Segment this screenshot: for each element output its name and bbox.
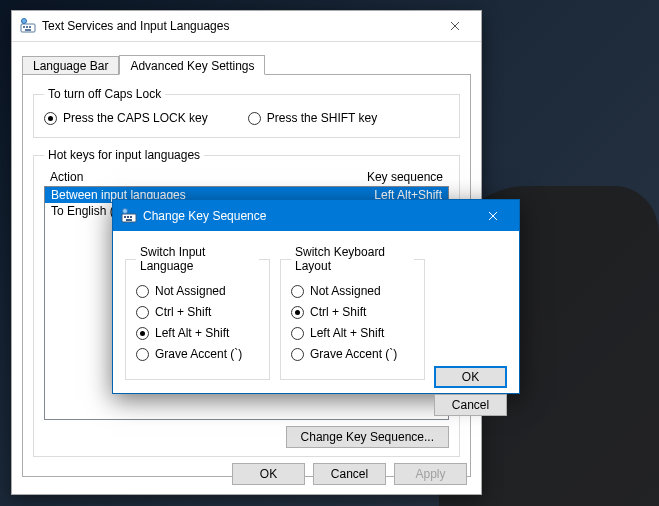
- radio-press-capslock[interactable]: Press the CAPS LOCK key: [44, 111, 208, 125]
- capslock-legend: To turn off Caps Lock: [44, 87, 165, 101]
- dialog-footer: OK Cancel Apply: [12, 454, 481, 494]
- radio-dot-icon: [136, 327, 149, 340]
- radio-left-alt-shift[interactable]: Left Alt + Shift: [136, 326, 259, 340]
- svg-rect-3: [29, 26, 31, 28]
- svg-rect-2: [26, 26, 28, 28]
- radio-label: Left Alt + Shift: [155, 326, 229, 340]
- radio-label: Grave Accent (`): [310, 347, 397, 361]
- tab-advanced-key-settings[interactable]: Advanced Key Settings: [119, 55, 265, 75]
- ok-button[interactable]: OK: [232, 463, 305, 485]
- keyboard-locale-icon: [121, 208, 137, 224]
- dialog-buttons: OK Cancel: [434, 366, 507, 416]
- radio-ctrl-shift[interactable]: Ctrl + Shift: [136, 305, 259, 319]
- col-action-header: Action: [50, 170, 367, 184]
- change-key-sequence-button[interactable]: Change Key Sequence...: [286, 426, 449, 448]
- ok-button[interactable]: OK: [434, 366, 507, 388]
- svg-rect-4: [25, 29, 31, 31]
- radio-dot-icon: [44, 112, 57, 125]
- radio-dot-icon: [136, 285, 149, 298]
- window-title: Text Services and Input Languages: [42, 19, 432, 33]
- radio-press-shift[interactable]: Press the SHIFT key: [248, 111, 377, 125]
- radio-label: Ctrl + Shift: [155, 305, 211, 319]
- radio-label: Not Assigned: [310, 284, 381, 298]
- cancel-button[interactable]: Cancel: [313, 463, 386, 485]
- svg-rect-9: [130, 216, 132, 218]
- radio-grave-accent[interactable]: Grave Accent (`): [136, 347, 259, 361]
- capslock-group: To turn off Caps Lock Press the CAPS LOC…: [33, 87, 460, 138]
- svg-rect-1: [23, 26, 25, 28]
- radio-dot-icon: [291, 285, 304, 298]
- svg-point-5: [22, 19, 27, 24]
- titlebar[interactable]: Change Key Sequence: [113, 200, 519, 231]
- close-button[interactable]: [432, 16, 477, 36]
- radio-dot-icon: [136, 348, 149, 361]
- radio-dot-icon: [136, 306, 149, 319]
- close-icon: [450, 21, 460, 31]
- tab-language-bar[interactable]: Language Bar: [22, 56, 119, 74]
- radio-label: Press the SHIFT key: [267, 111, 377, 125]
- window-title: Change Key Sequence: [143, 209, 470, 223]
- group-legend: Switch Keyboard Layout: [291, 245, 414, 273]
- dialog-body: Switch Input Language Not Assigned Ctrl …: [113, 231, 519, 393]
- keyboard-locale-icon: [20, 18, 36, 34]
- hotkeys-header: Action Key sequence: [44, 168, 449, 186]
- switch-keyboard-layout-group: Switch Keyboard Layout Not Assigned Ctrl…: [280, 245, 425, 380]
- titlebar[interactable]: Text Services and Input Languages: [12, 11, 481, 42]
- radio-grave-accent[interactable]: Grave Accent (`): [291, 347, 414, 361]
- svg-rect-8: [127, 216, 129, 218]
- hotkeys-legend: Hot keys for input languages: [44, 148, 204, 162]
- svg-rect-7: [124, 216, 126, 218]
- radio-left-alt-shift[interactable]: Left Alt + Shift: [291, 326, 414, 340]
- radio-ctrl-shift[interactable]: Ctrl + Shift: [291, 305, 414, 319]
- radio-dot-icon: [248, 112, 261, 125]
- radio-not-assigned[interactable]: Not Assigned: [291, 284, 414, 298]
- group-legend: Switch Input Language: [136, 245, 259, 273]
- radio-label: Left Alt + Shift: [310, 326, 384, 340]
- close-button[interactable]: [470, 206, 515, 226]
- close-icon: [488, 211, 498, 221]
- radio-dot-icon: [291, 327, 304, 340]
- radio-not-assigned[interactable]: Not Assigned: [136, 284, 259, 298]
- cancel-button[interactable]: Cancel: [434, 394, 507, 416]
- svg-rect-10: [126, 219, 132, 221]
- radio-label: Ctrl + Shift: [310, 305, 366, 319]
- tabstrip: Language Bar Advanced Key Settings: [22, 54, 471, 75]
- radio-dot-icon: [291, 306, 304, 319]
- change-key-sequence-dialog: Change Key Sequence Switch Input Languag…: [112, 199, 520, 394]
- switch-input-language-group: Switch Input Language Not Assigned Ctrl …: [125, 245, 270, 380]
- radio-label: Not Assigned: [155, 284, 226, 298]
- svg-point-11: [123, 208, 128, 213]
- radio-dot-icon: [291, 348, 304, 361]
- radio-label: Grave Accent (`): [155, 347, 242, 361]
- radio-label: Press the CAPS LOCK key: [63, 111, 208, 125]
- apply-button: Apply: [394, 463, 467, 485]
- col-seq-header: Key sequence: [367, 170, 443, 184]
